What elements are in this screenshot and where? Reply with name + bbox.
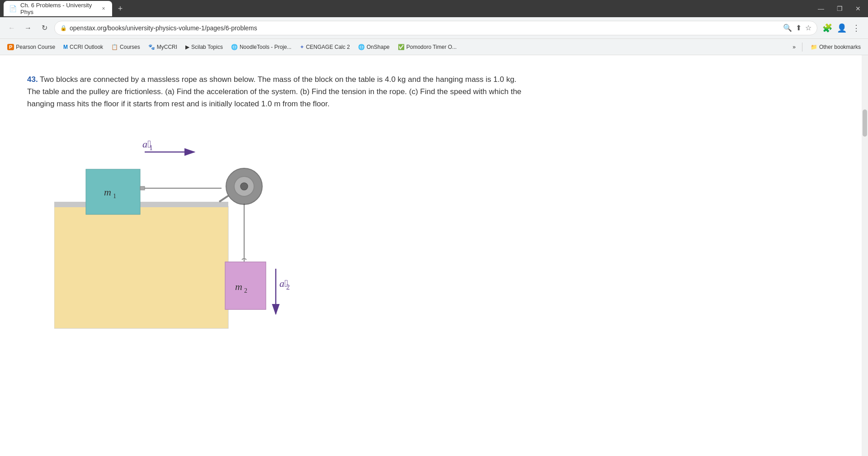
svg-rect-5 — [54, 206, 228, 328]
courses-icon: 📋 — [111, 44, 118, 50]
search-icon[interactable]: 🔍 — [783, 24, 792, 32]
bookmark-ccri-label: CCRI Outlook — [70, 44, 103, 50]
share-icon[interactable]: ⬆ — [796, 24, 802, 32]
svg-point-15 — [241, 183, 248, 190]
new-tab-button[interactable]: + — [114, 2, 127, 15]
svg-text:m: m — [235, 281, 242, 292]
browser-frame: 📄 Ch. 6 Problems - University Phys × + —… — [0, 0, 868, 456]
bookmark-cengage-label: CENGAGE Calc 2 — [306, 44, 350, 50]
pomodoro-icon: ✅ — [398, 44, 405, 50]
svg-text:2: 2 — [286, 283, 290, 291]
svg-rect-7 — [86, 169, 140, 214]
bookmark-cengage[interactable]: ✦ CENGAGE Calc 2 — [296, 42, 354, 52]
myccri-icon: 🐾 — [148, 44, 155, 50]
profile-button[interactable]: 👤 — [835, 22, 848, 34]
scrollbar-thumb[interactable] — [863, 109, 867, 137]
svg-rect-18 — [225, 262, 266, 309]
bookmark-myccri-label: MyCCRI — [157, 44, 177, 50]
url-actions: 🔍 ⬆ ☆ — [783, 24, 811, 32]
svg-rect-6 — [54, 202, 228, 207]
bookmark-scilab[interactable]: ▶ Scilab Topics — [182, 42, 226, 52]
refresh-button[interactable]: ↻ — [38, 22, 51, 34]
bookmark-pomodoro-label: Pomodoro Timer O... — [406, 44, 457, 50]
problem-number: 43. — [27, 75, 38, 84]
toolbar-buttons: 🧩 👤 ⋮ — [821, 22, 863, 34]
other-bookmarks-folder[interactable]: 📁 Other bookmarks — [807, 42, 864, 52]
lock-icon: 🔒 — [60, 25, 67, 31]
bookmark-noodle-label: NoodleTools - Proje... — [240, 44, 292, 50]
bookmarks-bar: P Pearson Course M CCRI Outlook 📋 Course… — [0, 39, 868, 55]
svg-text:m: m — [104, 186, 111, 198]
svg-rect-8 — [140, 186, 145, 190]
active-tab[interactable]: 📄 Ch. 6 Problems - University Phys × — [4, 1, 112, 16]
cengage-icon: ✦ — [300, 44, 304, 50]
menu-button[interactable]: ⋮ — [850, 22, 863, 34]
close-button[interactable]: ✕ — [852, 3, 864, 14]
svg-text:1: 1 — [113, 193, 116, 200]
physics-diagram-svg: a⃗ 1 m 1 — [54, 124, 307, 359]
bookmark-courses-label: Courses — [120, 44, 140, 50]
physics-diagram-container: a⃗ 1 m 1 — [27, 124, 289, 359]
noodle-icon: 🌐 — [231, 44, 238, 50]
bookmark-pearson[interactable]: P Pearson Course — [4, 42, 59, 52]
star-icon[interactable]: ☆ — [805, 24, 811, 32]
svg-text:2: 2 — [244, 287, 247, 294]
bookmark-pomodoro[interactable]: ✅ Pomodoro Timer O... — [394, 42, 460, 52]
svg-text:1: 1 — [149, 144, 153, 152]
bookmark-courses[interactable]: 📋 Courses — [108, 42, 144, 52]
url-bar[interactable]: 🔒 openstax.org/books/university-physics-… — [54, 21, 817, 35]
bookmark-onshape-label: OnShape — [367, 44, 390, 50]
minimize-button[interactable]: — — [814, 3, 828, 14]
bookmark-noodle[interactable]: 🌐 NoodleTools - Proje... — [227, 42, 295, 52]
page-content: 43. Two blocks are connected by a massle… — [0, 55, 868, 456]
bookmark-ccri[interactable]: M CCRI Outlook — [60, 42, 107, 52]
other-bookmarks-label: Other bookmarks — [819, 44, 861, 50]
bookmark-onshape[interactable]: 🌐 OnShape — [354, 42, 393, 52]
onshape-icon: 🌐 — [358, 44, 365, 50]
scilab-icon: ▶ — [185, 44, 189, 50]
problem-body: Two blocks are connected by a massless r… — [27, 75, 521, 108]
more-bookmarks-button[interactable]: » — [789, 42, 799, 52]
bookmark-myccri[interactable]: 🐾 MyCCRI — [145, 42, 181, 52]
main-content: 43. Two blocks are connected by a massle… — [0, 55, 862, 456]
ccri-icon: M — [63, 44, 68, 50]
problem-text: 43. Two blocks are connected by a massle… — [27, 73, 524, 110]
forward-button[interactable]: → — [22, 22, 34, 34]
bookmark-pearson-label: Pearson Course — [16, 44, 55, 50]
tab-close-button[interactable]: × — [100, 5, 107, 12]
url-text: openstax.org/books/university-physics-vo… — [70, 24, 780, 32]
back-button[interactable]: ← — [5, 22, 18, 34]
folder-icon: 📁 — [811, 44, 817, 50]
bookmark-scilab-label: Scilab Topics — [191, 44, 223, 50]
maximize-button[interactable]: ❐ — [833, 3, 846, 14]
address-bar: ← → ↻ 🔒 openstax.org/books/university-ph… — [0, 17, 868, 39]
pearson-icon: P — [7, 44, 14, 50]
title-bar: 📄 Ch. 6 Problems - University Phys × + —… — [0, 0, 868, 17]
bookmarks-separator — [802, 43, 802, 52]
tab-label: Ch. 6 Problems - University Phys — [20, 2, 97, 15]
window-controls: — ❐ ✕ — [814, 3, 864, 14]
scrollbar[interactable] — [862, 55, 868, 456]
extension-icon[interactable]: 🧩 — [821, 22, 834, 34]
tab-icon: 📄 — [9, 5, 17, 12]
